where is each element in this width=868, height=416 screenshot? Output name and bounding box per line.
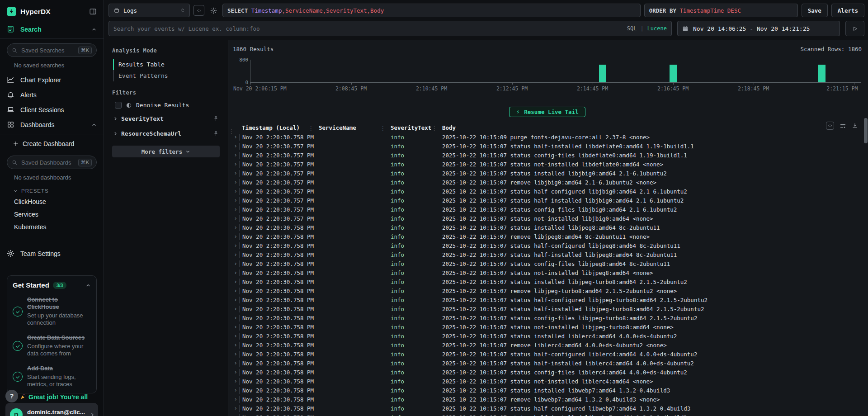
table-row[interactable]: ›Nov 20 2:20:30.757 PMinfo2025-10-22 10:… [232, 151, 863, 160]
row-expand-icon[interactable]: › [232, 188, 239, 194]
code-view-icon[interactable] [826, 122, 834, 130]
table-row[interactable]: ›Nov 20 2:20:30.757 PMinfo2025-10-22 10:… [232, 178, 863, 187]
row-expand-icon[interactable]: › [232, 251, 239, 258]
pin-icon[interactable] [213, 116, 219, 122]
sidebar-item-client-sessions[interactable]: Client Sessions [0, 102, 104, 117]
presets-toggle[interactable]: PRESETS [0, 184, 104, 195]
row-expand-icon[interactable]: › [232, 324, 239, 330]
table-row[interactable]: ›Nov 20 2:20:30.758 PMinfo2025-10-22 10:… [232, 232, 863, 241]
saved-searches-input[interactable]: Saved Searches ⌘K [7, 43, 97, 57]
column-header-servicename[interactable]: ServiceName [319, 124, 391, 131]
row-expand-icon[interactable]: › [232, 233, 239, 240]
order-by-input[interactable]: ORDER BY TimestampTime DESC [644, 4, 798, 17]
table-row[interactable]: ›Nov 20 2:20:30.758 PMinfo2025-10-22 10:… [232, 268, 863, 277]
row-expand-icon[interactable]: › [232, 351, 239, 357]
table-row[interactable]: ›Nov 20 2:20:30.758 PMinfo2025-10-22 10:… [232, 295, 863, 304]
table-row[interactable]: ›Nov 20 2:20:30.758 PMinfo2025-10-22 10:… [232, 359, 863, 368]
row-expand-icon[interactable]: › [232, 179, 239, 185]
table-row[interactable]: ›Nov 20 2:20:30.758 PMinfo2025-10-22 10:… [232, 386, 863, 395]
row-expand-icon[interactable]: › [232, 143, 239, 149]
user-menu[interactable]: D dominic.tran@clic... dominic.tran@clic… [5, 403, 98, 416]
row-expand-icon[interactable]: › [232, 197, 239, 203]
run-query-button[interactable] [845, 21, 864, 36]
get-started-item[interactable]: Create Data SourcesConfigure where your … [13, 334, 91, 358]
row-expand-icon[interactable]: › [232, 387, 239, 393]
sidebar-item-team-settings[interactable]: Team Settings [0, 246, 104, 261]
table-row[interactable]: ›Nov 20 2:20:30.758 PMinfo2025-10-22 10:… [232, 132, 863, 142]
wrap-lines-icon[interactable] [840, 123, 846, 129]
sidebar-item-chart-explorer[interactable]: Chart Explorer [0, 72, 104, 87]
saved-dashboards-input[interactable]: Saved Dashboards ⌘K [7, 156, 97, 169]
row-expand-icon[interactable]: › [232, 369, 239, 375]
table-row[interactable]: ›Nov 20 2:20:30.757 PMinfo2025-10-22 10:… [232, 205, 863, 214]
table-row[interactable]: ›Nov 20 2:20:30.757 PMinfo2025-10-22 10:… [232, 142, 863, 151]
row-expand-icon[interactable]: › [232, 297, 239, 303]
edit-source-code-button[interactable] [193, 5, 204, 16]
table-row[interactable]: ›Nov 20 2:20:30.758 PMinfo2025-10-22 10:… [232, 377, 863, 386]
alerts-button[interactable]: Alerts [831, 4, 864, 17]
histogram-bar[interactable] [670, 65, 677, 82]
column-header-severitytext[interactable]: SeverityText [391, 124, 442, 131]
table-row[interactable]: ›Nov 20 2:20:30.758 PMinfo2025-10-22 10:… [232, 277, 863, 286]
column-header-timestamp-local-[interactable]: Timestamp (Local) [239, 124, 319, 131]
filter-group-resourceschemaurl[interactable]: ResourceSchemaUrl [112, 126, 220, 141]
preset-clickhouse[interactable]: ClickHouse [0, 195, 104, 208]
table-row[interactable]: ›Nov 20 2:20:30.758 PMinfo2025-10-22 10:… [232, 331, 863, 340]
date-range-picker[interactable]: Nov 20 14:06:25 - Nov 20 14:21:25 [677, 21, 840, 36]
row-expand-icon[interactable]: › [232, 224, 239, 231]
row-expand-icon[interactable]: › [232, 215, 239, 222]
row-expand-icon[interactable]: › [232, 414, 239, 416]
create-dashboard-button[interactable]: Create Dashboard [0, 136, 104, 151]
table-row[interactable]: ›Nov 20 2:20:30.758 PMinfo2025-10-22 10:… [232, 340, 863, 350]
table-row[interactable]: ›Nov 20 2:20:30.758 PMinfo2025-10-22 10:… [232, 313, 863, 322]
table-row[interactable]: ›Nov 20 2:20:30.758 PMinfo2025-10-22 10:… [232, 413, 863, 416]
analysis-mode-event-patterns[interactable]: Event Patterns [113, 70, 220, 81]
table-row[interactable]: ›Nov 20 2:20:30.758 PMinfo2025-10-22 10:… [232, 395, 863, 404]
preset-kubernetes[interactable]: Kubernetes [0, 221, 104, 233]
histogram-plot-area[interactable]: Nov 20 2:06:15 PM2:08:45 PM2:10:45 PM2:1… [250, 60, 861, 83]
row-expand-icon[interactable]: › [232, 134, 239, 140]
denoise-checkbox[interactable] [115, 102, 122, 109]
preset-services[interactable]: Services [0, 208, 104, 221]
event-search-input[interactable]: Search your events w/ Lucene ex. column:… [108, 21, 672, 36]
sql-mode-toggle[interactable]: SQL [627, 25, 637, 32]
source-select[interactable]: Logs [108, 4, 190, 17]
row-expand-icon[interactable]: › [232, 360, 239, 366]
more-filters-button[interactable]: More filters [112, 146, 220, 157]
table-row[interactable]: ›Nov 20 2:20:30.757 PMinfo2025-10-22 10:… [232, 196, 863, 205]
row-expand-icon[interactable]: › [232, 342, 239, 348]
sidebar-item-dashboards[interactable]: Dashboards [0, 117, 104, 132]
row-expand-icon[interactable]: › [232, 242, 239, 249]
table-row[interactable]: ›Nov 20 2:20:30.757 PMinfo2025-10-22 10:… [232, 187, 863, 196]
table-row[interactable]: ›Nov 20 2:20:30.758 PMinfo2025-10-22 10:… [232, 350, 863, 359]
sidebar-item-search[interactable]: Search [0, 22, 104, 37]
table-row[interactable]: ›Nov 20 2:20:30.758 PMinfo2025-10-22 10:… [232, 250, 863, 259]
row-expand-icon[interactable]: › [232, 269, 239, 276]
row-expand-icon[interactable]: › [232, 306, 239, 312]
filter-group-severitytext[interactable]: SeverityText [112, 111, 220, 126]
row-expand-icon[interactable]: › [232, 206, 239, 213]
table-row[interactable]: ›Nov 20 2:20:30.757 PMinfo2025-10-22 10:… [232, 169, 863, 178]
select-columns-input[interactable]: SELECT Timestamp,ServiceName,SeverityTex… [222, 4, 641, 17]
row-expand-icon[interactable]: › [232, 396, 239, 402]
table-row[interactable]: ›Nov 20 2:20:30.758 PMinfo2025-10-22 10:… [232, 259, 863, 268]
table-row[interactable]: ›Nov 20 2:20:30.757 PMinfo2025-10-22 10:… [232, 214, 863, 223]
table-row[interactable]: ›Nov 20 2:20:30.758 PMinfo2025-10-22 10:… [232, 404, 863, 413]
get-started-item[interactable]: Connect to ClickHouseSet up your databas… [13, 296, 91, 327]
sidebar-item-alerts[interactable]: Alerts [0, 87, 104, 102]
row-expand-icon[interactable]: › [232, 279, 239, 285]
analysis-mode-results-table[interactable]: Results Table [113, 59, 220, 70]
denoise-results-toggle[interactable]: Denoise Results [115, 102, 220, 109]
table-row[interactable]: ›Nov 20 2:20:30.758 PMinfo2025-10-22 10:… [232, 304, 863, 313]
sidebar-collapse-button[interactable] [89, 8, 97, 15]
row-expand-icon[interactable]: › [232, 152, 239, 158]
column-header-body[interactable]: Body [442, 124, 863, 131]
table-row[interactable]: ›Nov 20 2:20:30.758 PMinfo2025-10-22 10:… [232, 223, 863, 232]
pin-icon[interactable] [213, 131, 219, 137]
get-started-header[interactable]: Get Started 3/3 [13, 281, 91, 289]
row-expand-icon[interactable]: › [232, 378, 239, 384]
lucene-mode-toggle[interactable]: Lucene [647, 25, 667, 32]
save-button[interactable]: Save [802, 4, 828, 17]
table-row[interactable]: ›Nov 20 2:20:30.758 PMinfo2025-10-22 10:… [232, 322, 863, 331]
table-row[interactable]: ›Nov 20 2:20:30.758 PMinfo2025-10-22 10:… [232, 368, 863, 377]
